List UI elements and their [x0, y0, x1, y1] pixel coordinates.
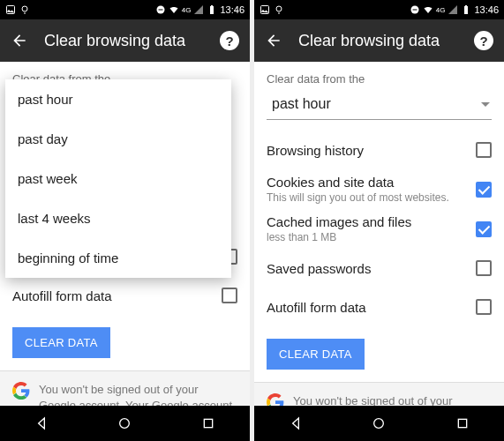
chevron-down-icon — [481, 102, 490, 107]
nav-bar — [0, 406, 250, 441]
checkbox-browsing[interactable] — [476, 142, 492, 158]
svg-point-16 — [374, 419, 384, 429]
status-bar: 4G 13:46 — [254, 0, 504, 19]
google-logo-icon — [12, 382, 30, 400]
menu-item-last-4-weeks[interactable]: last 4 weeks — [5, 198, 231, 238]
svg-rect-14 — [464, 6, 468, 14]
svg-point-10 — [276, 6, 282, 11]
svg-rect-8 — [204, 419, 212, 427]
menu-item-past-week[interactable]: past week — [5, 159, 231, 198]
row-subtitle: This will sign you out of most websites. — [267, 191, 476, 204]
back-icon[interactable] — [265, 32, 282, 49]
clear-data-button[interactable]: CLEAR DATA — [267, 339, 365, 370]
page-title: Clear browsing data — [44, 32, 220, 50]
row-subtitle: less than 1 MB — [267, 231, 476, 243]
row-autofill[interactable]: Autofill form data — [267, 288, 492, 326]
time-range-menu: past hour past day past week last 4 week… — [5, 79, 231, 278]
wifi-icon — [423, 4, 433, 15]
nav-bar — [254, 406, 504, 441]
menu-item-past-day[interactable]: past day — [5, 119, 231, 159]
screen-right: 4G 13:46 Clear browsing data ? Clear dat… — [254, 0, 504, 441]
signal-icon — [193, 4, 204, 15]
dnd-icon — [155, 4, 166, 15]
row-title: Autofill form data — [12, 288, 222, 303]
lightbulb-icon — [19, 4, 30, 15]
time-range-dropdown[interactable]: past hour — [267, 91, 492, 120]
signal-label: 4G — [182, 6, 192, 14]
battery-icon — [207, 4, 217, 15]
lightbulb-icon — [274, 4, 284, 15]
dropdown-value: past hour — [272, 96, 481, 112]
page-title: Clear browsing data — [298, 32, 474, 50]
svg-point-1 — [22, 6, 27, 11]
row-cache[interactable]: Cached images and files less than 1 MB — [267, 209, 492, 249]
section-label: Clear data from the — [267, 72, 492, 86]
clear-data-button[interactable]: CLEAR DATA — [12, 327, 110, 358]
nav-back-icon[interactable] — [289, 416, 303, 430]
nav-home-icon[interactable] — [117, 416, 132, 430]
svg-rect-13 — [412, 10, 417, 11]
row-title: Browsing history — [267, 143, 476, 158]
checkbox-cache[interactable] — [476, 221, 492, 237]
help-icon[interactable]: ? — [220, 31, 239, 50]
checkbox-cookies[interactable] — [476, 182, 492, 198]
row-title: Cookies and site data — [267, 175, 476, 190]
app-bar: Clear browsing data ? — [254, 19, 504, 62]
nav-home-icon[interactable] — [372, 416, 386, 430]
wifi-icon — [169, 4, 179, 15]
svg-rect-15 — [465, 5, 467, 6]
clock: 13:46 — [220, 4, 244, 15]
nav-recent-icon[interactable] — [455, 416, 470, 430]
svg-rect-4 — [158, 10, 162, 11]
svg-point-7 — [120, 419, 130, 429]
checkbox-autofill[interactable] — [222, 288, 237, 303]
back-icon[interactable] — [11, 32, 28, 49]
nav-recent-icon[interactable] — [201, 416, 215, 430]
image-icon — [260, 4, 270, 15]
row-title: Autofill form data — [267, 300, 476, 315]
battery-icon — [461, 4, 471, 15]
svg-rect-6 — [211, 5, 213, 6]
checkbox-passwords[interactable] — [476, 260, 492, 276]
signal-icon — [448, 4, 458, 15]
image-icon — [5, 4, 16, 15]
app-bar: Clear browsing data ? — [0, 19, 250, 62]
screen-left: 4G 13:46 Clear browsing data ? Clear dat… — [0, 0, 250, 441]
row-title: Cached images and files — [267, 214, 476, 229]
svg-rect-5 — [210, 6, 214, 14]
clock: 13:46 — [474, 4, 499, 15]
checkbox-autofill[interactable] — [476, 299, 492, 315]
dnd-icon — [410, 4, 420, 15]
status-bar: 4G 13:46 — [0, 0, 250, 19]
row-saved-passwords[interactable]: Saved passwords — [267, 249, 492, 288]
row-browsing-history[interactable]: Browsing history — [267, 131, 492, 169]
signal-label: 4G — [436, 6, 446, 14]
svg-rect-17 — [458, 419, 466, 427]
menu-item-past-hour[interactable]: past hour — [5, 79, 231, 119]
row-autofill[interactable]: Autofill form data — [12, 276, 237, 315]
help-icon[interactable]: ? — [474, 31, 493, 50]
row-cookies[interactable]: Cookies and site data This will sign you… — [267, 169, 492, 209]
nav-back-icon[interactable] — [34, 416, 49, 430]
menu-item-beginning-of-time[interactable]: beginning of time — [5, 238, 231, 278]
row-title: Saved passwords — [267, 261, 476, 276]
